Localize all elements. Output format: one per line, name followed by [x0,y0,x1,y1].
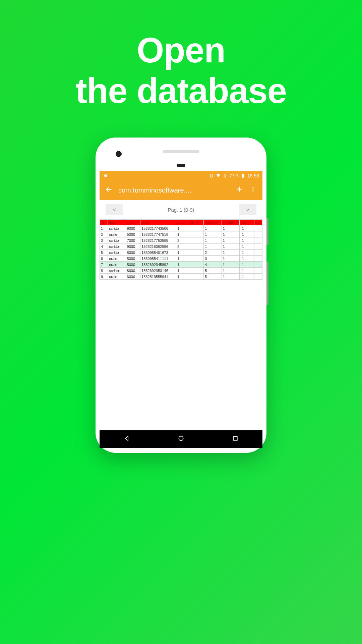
table-cell[interactable]: 1 [222,237,239,244]
table-cell[interactable]: 9000 [126,244,140,250]
pager-next-button[interactable]: > [239,204,256,215]
table-cell[interactable]: scritto [108,237,126,244]
table-header-cell[interactable]: materia [204,220,222,225]
table-cell[interactable]: 1 [176,262,203,268]
table-cell[interactable]: 1 [176,268,203,274]
table-row[interactable]: 1scritto90001528217743506111-1 [100,225,262,231]
table-cell[interactable]: scritto [108,225,126,231]
table-cell[interactable]: 1 [222,225,239,231]
table-cell[interactable]: orale [108,274,126,280]
table-cell[interactable]: 1 [176,256,203,262]
table-cell[interactable] [254,268,262,274]
table-cell[interactable]: scritto [108,250,126,256]
table-cell[interactable]: 1 [176,274,203,280]
table-cell[interactable] [254,262,262,268]
table-cell[interactable]: 7000 [126,237,140,244]
back-button[interactable] [102,186,116,195]
table-cell[interactable]: 1528217753585 [140,237,176,244]
table-cell[interactable]: 4 [204,262,222,268]
table-row[interactable]: 6orale50001530955411111131-1 [100,256,262,262]
table-header-cell[interactable]: quadrimestre [176,220,203,225]
table-cell[interactable]: 3 [204,256,222,262]
table-row[interactable]: 9orale60001532519555941151-1 [100,274,262,280]
table-cell[interactable] [254,231,262,237]
table-row[interactable]: 5scritto80001530955401673121-1 [100,250,262,256]
table-cell[interactable]: 5 [204,268,222,274]
table-header-cell[interactable]: tipo [108,220,126,225]
table-cell[interactable]: 5000 [126,256,140,262]
table-cell[interactable]: 1 [222,256,239,262]
table-cell[interactable]: 1 [222,268,239,274]
table-cell[interactable]: -1 [240,268,254,274]
table-cell[interactable]: 1 [204,225,222,231]
table-cell[interactable]: 1532519555941 [140,274,176,280]
table-cell[interactable]: -1 [240,274,254,280]
table-cell[interactable]: 1 [222,262,239,268]
table-cell[interactable]: 1 [204,244,222,250]
table-header-cell[interactable]: id [100,220,108,225]
table-cell[interactable]: 5000 [126,262,140,268]
table-cell[interactable]: -1 [240,250,254,256]
table-cell[interactable] [254,237,262,244]
nav-recents-button[interactable] [232,435,239,443]
table-row[interactable]: 8scritto80001532692353146151-1 [100,268,262,274]
table-cell[interactable]: 2 [204,250,222,256]
table-cell[interactable]: -1 [240,225,254,231]
table-cell[interactable]: 1 [222,250,239,256]
table-cell[interactable]: 4 [100,244,108,250]
table-cell[interactable]: 5000 [126,231,140,237]
table-cell[interactable]: -1 [240,262,254,268]
table-cell[interactable]: 5 [100,250,108,256]
pager-prev-button[interactable]: < [106,204,123,215]
table-cell[interactable]: 1 [176,250,203,256]
table-row[interactable]: 2orale50001528217747518111-1 [100,231,262,237]
table-cell[interactable]: 1530955411111 [140,256,176,262]
table-cell[interactable]: 1 [222,244,239,250]
overflow-menu-button[interactable] [246,186,260,195]
table-cell[interactable]: scritto [108,244,126,250]
table-cell[interactable]: 2 [100,231,108,237]
table-cell[interactable]: -1 [240,244,254,250]
table-cell[interactable] [254,256,262,262]
table-cell[interactable]: 1532692353146 [140,268,176,274]
table-cell[interactable]: 8000 [126,268,140,274]
table-cell[interactable]: orale [108,262,126,268]
table-row[interactable]: 4scritto90001528218062996211-1 [100,244,262,250]
table-cell[interactable] [254,244,262,250]
table-cell[interactable]: 7 [100,262,108,268]
table-cell[interactable]: 8 [100,268,108,274]
table-cell[interactable] [254,225,262,231]
table-cell[interactable]: 8000 [126,250,140,256]
table-cell[interactable]: 1 [204,231,222,237]
table-cell[interactable]: 6000 [126,274,140,280]
table-header-cell[interactable]: grad [254,220,262,225]
table-cell[interactable]: 1 [204,237,222,244]
table-cell[interactable]: orale [108,256,126,262]
table-cell[interactable]: 1528217747518 [140,231,176,237]
table-cell[interactable]: 1530955401673 [140,250,176,256]
nav-home-button[interactable] [178,435,184,443]
table-header-cell[interactable]: data [140,220,176,225]
table-cell[interactable]: 5 [204,274,222,280]
table-cell[interactable]: 6 [100,256,108,262]
table-header-cell[interactable]: peso [240,220,254,225]
table-cell[interactable]: 3 [100,237,108,244]
table-cell[interactable]: 1 [176,231,203,237]
table-row[interactable]: 3scritto70001528217753585211-1 [100,237,262,244]
table-cell[interactable]: -1 [240,256,254,262]
table-cell[interactable]: 1 [100,225,108,231]
table-cell[interactable]: 1 [176,225,203,231]
table-cell[interactable]: 2 [176,237,203,244]
table-cell[interactable]: 1 [222,231,239,237]
table-cell[interactable]: scritto [108,268,126,274]
table-cell[interactable] [254,274,262,280]
table-cell[interactable]: 1532692345892 [140,262,176,268]
table-cell[interactable]: -1 [240,237,254,244]
table-cell[interactable]: 9 [100,274,108,280]
table-cell[interactable]: 9000 [126,225,140,231]
table-cell[interactable] [254,250,262,256]
table-row[interactable]: 7orale50001532692345892141-1 [100,262,262,268]
table-cell[interactable]: 1528217743506 [140,225,176,231]
table-header-cell[interactable]: visibile [222,220,239,225]
table-cell[interactable]: 1 [222,274,239,280]
